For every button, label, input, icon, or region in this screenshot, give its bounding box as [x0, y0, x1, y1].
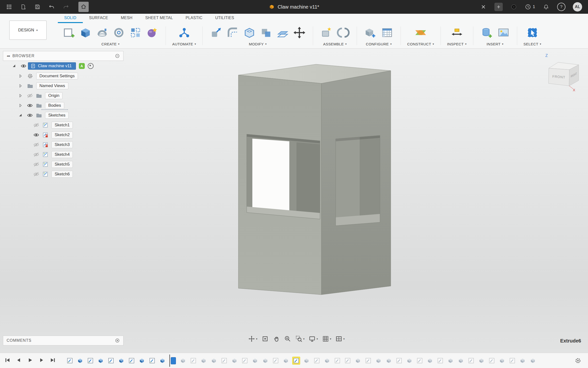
browser-item-label[interactable]: Sketch1 — [51, 122, 73, 129]
tab-surface[interactable]: SURFACE — [83, 14, 115, 23]
timeline-feature-sketch[interactable] — [272, 357, 279, 364]
browser-item-label[interactable]: Sketches — [45, 112, 69, 119]
extensions-button[interactable] — [510, 3, 517, 11]
construct-plane-button[interactable] — [414, 26, 428, 40]
timeline-feature-sketch[interactable] — [190, 357, 197, 364]
visibility-toggle-off[interactable] — [32, 171, 41, 177]
browser-item-label[interactable]: Sketch3 — [51, 141, 73, 148]
collapsed-arrow-icon[interactable] — [16, 83, 25, 88]
workspace-switcher[interactable]: DESIGN ▾ — [9, 21, 47, 40]
visibility-toggle-on[interactable] — [25, 112, 34, 118]
timeline-feature-extrude[interactable] — [498, 357, 506, 364]
combine-button[interactable] — [259, 26, 273, 40]
save-button[interactable] — [34, 3, 41, 11]
offset-face-button[interactable] — [276, 26, 290, 40]
configure-dropdown[interactable]: CONFIGURE▾ — [366, 42, 392, 46]
coil-button[interactable] — [112, 26, 126, 40]
timeline-feature-extrude[interactable] — [76, 357, 84, 364]
orbit-button[interactable]: ▾ — [248, 335, 257, 342]
move-copy-button[interactable] — [292, 26, 306, 40]
browser-item-label[interactable]: Sketch4 — [51, 151, 73, 158]
automate-button[interactable] — [177, 26, 191, 40]
timeline-feature-extrude[interactable] — [97, 357, 104, 364]
redo-button[interactable] — [62, 3, 70, 11]
select-button[interactable] — [525, 26, 539, 40]
timeline-feature-sketch[interactable] — [467, 357, 475, 364]
skip-to-start-button[interactable] — [4, 357, 11, 364]
timeline-feature-sketch[interactable] — [509, 357, 516, 364]
fillet-button[interactable] — [226, 26, 240, 40]
inspect-dropdown[interactable]: INSPECT▾ — [447, 42, 467, 46]
timeline-feature-sketch[interactable] — [148, 357, 156, 364]
browser-item-sketch2[interactable]: Sketch2 — [3, 130, 123, 140]
configuration-table-button[interactable] — [380, 26, 394, 40]
timeline-feature-sketch[interactable] — [107, 357, 115, 364]
timeline-feature-extrude[interactable] — [323, 357, 331, 364]
visibility-toggle-off[interactable] — [25, 92, 34, 99]
timeline-feature-sketch[interactable] — [66, 357, 74, 364]
front-window-opening[interactable] — [247, 134, 320, 219]
timeline-feature-extrude[interactable] — [118, 357, 125, 364]
tab-utilities[interactable]: UTILITIES — [209, 14, 240, 23]
tab-mesh[interactable]: MESH — [114, 14, 139, 23]
browser-item-document-settings[interactable]: Document Settings — [3, 71, 123, 81]
root-component-pill[interactable]: Claw machine v11 — [28, 62, 76, 70]
measure-button[interactable] — [450, 26, 464, 40]
timeline-feature-extrude[interactable] — [251, 357, 259, 364]
tab-sheet-metal[interactable]: SHEET METAL — [139, 14, 179, 23]
timeline-position-marker[interactable] — [169, 355, 176, 367]
timeline-feature-extrude[interactable] — [231, 357, 238, 364]
visibility-toggle-off[interactable] — [32, 151, 41, 158]
timeline-feature-extrude[interactable] — [406, 357, 413, 364]
timeline-feature-extrude[interactable] — [210, 357, 218, 364]
visibility-toggle-on[interactable] — [25, 102, 34, 109]
browser-item-label[interactable]: Document Settings — [36, 73, 78, 79]
browser-item-origin[interactable]: Origin — [3, 91, 123, 101]
visibility-toggle-off[interactable] — [32, 161, 41, 168]
browser-root-item[interactable]: Claw machine v11 A — [3, 61, 123, 71]
browser-item-sketch3[interactable]: Sketch3 — [3, 140, 123, 150]
expanded-arrow-icon[interactable] — [16, 113, 25, 118]
timeline-feature-sketch[interactable] — [220, 357, 228, 364]
undo-button[interactable] — [48, 3, 55, 11]
view-cube[interactable]: Z FRONT RIGHT X — [543, 52, 586, 94]
timeline-feature-extrude[interactable] — [282, 357, 290, 364]
box-primitive-button[interactable] — [78, 26, 93, 40]
right-window-opening[interactable] — [336, 135, 380, 226]
timeline-feature-sketch[interactable] — [334, 357, 341, 364]
timeline-feature-extrude[interactable] — [200, 357, 207, 364]
display-settings-button[interactable]: ▾ — [308, 335, 318, 342]
browser-item-label[interactable]: Sketch2 — [51, 131, 73, 138]
collapsed-arrow-icon[interactable] — [16, 93, 25, 98]
play-button[interactable] — [27, 357, 33, 364]
viewports-button[interactable]: ▾ — [335, 335, 345, 342]
browser-item-label[interactable]: Sketch6 — [51, 171, 73, 178]
timeline-feature-sketch[interactable] — [313, 357, 320, 364]
new-tab-button[interactable] — [494, 3, 503, 11]
joint-button[interactable] — [336, 26, 350, 40]
timeline-feature-extrude[interactable] — [457, 357, 465, 364]
timeline-feature-sketch[interactable] — [437, 357, 444, 364]
browser-item-label[interactable]: Sketch5 — [51, 161, 73, 168]
browser-item-sketch6[interactable]: Sketch6 — [3, 169, 123, 179]
timeline-feature-extrude[interactable] — [529, 357, 537, 364]
pattern-button[interactable] — [128, 26, 143, 40]
timeline-feature-sketch[interactable] — [344, 357, 351, 364]
close-tab-button[interactable] — [480, 3, 487, 11]
timeline-feature-extrude[interactable] — [375, 357, 382, 364]
browser-item-bodies[interactable]: Bodies — [3, 101, 123, 110]
visibility-toggle-off[interactable] — [32, 122, 41, 128]
timeline-feature-sketch[interactable] — [395, 357, 403, 364]
collapsed-arrow-icon[interactable] — [16, 74, 25, 79]
modify-dropdown[interactable]: MODIFY▾ — [249, 42, 267, 46]
tab-plastic[interactable]: PLASTIC — [179, 14, 209, 23]
timeline-feature-extrude[interactable] — [159, 357, 166, 364]
timeline-feature-extrude[interactable] — [303, 357, 310, 364]
create-form-button[interactable] — [145, 26, 159, 40]
add-comment-button[interactable] — [115, 338, 120, 343]
home-view-button[interactable] — [78, 2, 89, 12]
browser-item-label[interactable]: Named Views — [36, 82, 68, 89]
browser-item-sketch1[interactable]: Sketch1 — [3, 120, 123, 130]
timeline-feature-extrude[interactable] — [385, 357, 392, 364]
skip-to-end-button[interactable] — [49, 357, 56, 364]
